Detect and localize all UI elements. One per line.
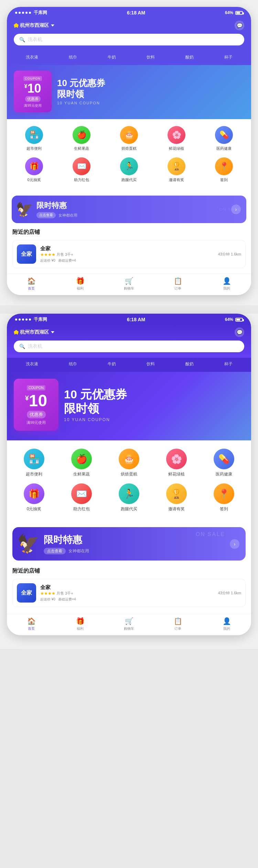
header-2: 杭州市西湖区 💬 🔍 洗衣机 bbox=[7, 325, 251, 358]
icon-fresh[interactable]: 🍎 生鲜果蔬 bbox=[58, 126, 105, 151]
nearby-section: 附近的店铺 全家 全家 ★★★★ 月售 3千+ 起送价 ¥0 基础运费×4 bbox=[7, 229, 251, 274]
location-pin-icon-2 bbox=[14, 330, 19, 335]
nav-profile[interactable]: 👤 我的 bbox=[202, 277, 251, 291]
fresh-label-2: 生鲜果蔬 bbox=[73, 471, 90, 477]
coupon-type-2: 优惠券 bbox=[27, 411, 46, 418]
coupon-label: COUPON bbox=[23, 76, 42, 81]
welfare-label: 福利 bbox=[77, 286, 84, 291]
message-icon[interactable]: 💬 bbox=[235, 21, 244, 30]
nav2-welfare[interactable]: 🎁 福利 bbox=[56, 617, 105, 631]
battery-icon-2 bbox=[235, 318, 243, 322]
promo-cta-2[interactable]: 点击查看 bbox=[44, 548, 66, 554]
nav2-home[interactable]: 🏠 首页 bbox=[7, 617, 56, 631]
location-row-2[interactable]: 杭州市西湖区 bbox=[14, 329, 54, 335]
cat-tab-5[interactable]: 杯子 bbox=[222, 54, 235, 61]
home-icon-2: 🏠 bbox=[27, 617, 36, 625]
cat-tab2-5[interactable]: 杯子 bbox=[222, 360, 235, 368]
promo-banner[interactable]: 🦅 限时特惠 点击查看 女神都在用 ON SALE › bbox=[12, 196, 246, 223]
cat-tab-3[interactable]: 饮料 bbox=[144, 54, 157, 61]
promo-title: 限时特惠 bbox=[36, 200, 231, 211]
icon-redpack[interactable]: ✉️ 助力红包 bbox=[58, 157, 105, 182]
nav2-cart[interactable]: 🛒 购物车 bbox=[105, 617, 153, 631]
sale-watermark-2: ON SALE bbox=[196, 531, 225, 537]
icon-baking[interactable]: 🎂 烘焙蛋糕 bbox=[105, 126, 153, 151]
signal-dot bbox=[22, 12, 24, 14]
cat-tab2-2[interactable]: 牛奶 bbox=[106, 360, 118, 368]
icon2-lottery[interactable]: 🎁 0元抽奖 bbox=[10, 483, 58, 512]
coupon-condition: 满99元使用 bbox=[17, 103, 48, 108]
invite-icon-2: 🏆 bbox=[166, 483, 187, 504]
icon-flowers[interactable]: 🌸 鲜花绿植 bbox=[153, 126, 200, 151]
icon-checkin[interactable]: 📍 签到 bbox=[200, 157, 248, 182]
redpack-icon: ✉️ bbox=[73, 157, 90, 175]
icon-invite[interactable]: 🏆 邀请有奖 bbox=[153, 157, 200, 182]
icon2-delivery[interactable]: 🏃 跑腿代买 bbox=[105, 483, 153, 512]
promo-arrow-icon-2[interactable]: › bbox=[230, 539, 239, 549]
promo-text: 限时特惠 点击查看 女神都在用 bbox=[36, 200, 231, 218]
cat-tab-2[interactable]: 牛奶 bbox=[106, 54, 118, 61]
orders-icon: 📋 bbox=[174, 277, 182, 285]
baking-icon: 🎂 bbox=[120, 126, 138, 144]
chevron-down-icon-2 bbox=[51, 331, 54, 333]
cat-tab-0[interactable]: 洗衣液 bbox=[24, 54, 40, 61]
carrier-name-2: 千库网 bbox=[34, 316, 47, 323]
icon-delivery[interactable]: 🏃 跑腿代买 bbox=[105, 157, 153, 182]
phone-screen-2: 千库网 6:18 AM 64% 杭州市西湖区 💬 🔍 bbox=[7, 314, 251, 635]
icon2-redpack[interactable]: ✉️ 助力红包 bbox=[58, 483, 105, 512]
signal-indicator-2: 千库网 bbox=[15, 316, 47, 323]
checkin-icon: 📍 bbox=[215, 157, 233, 175]
coupon-card[interactable]: COUPON ¥10 优惠券 满99元使用 bbox=[14, 71, 52, 112]
bottom-nav-2: 🏠 首页 🎁 福利 🛒 购物车 📋 订单 👤 我的 bbox=[7, 614, 251, 635]
cat-tab2-3[interactable]: 饮料 bbox=[144, 360, 157, 368]
coupon-card-2[interactable]: COUPON ¥10 优惠券 满99元使用 bbox=[14, 379, 58, 431]
icon2-invite[interactable]: 🏆 邀请有奖 bbox=[153, 483, 200, 512]
cat-tab-1[interactable]: 纸巾 bbox=[67, 54, 79, 61]
cat-tab2-0[interactable]: 洗衣液 bbox=[24, 360, 40, 368]
nav-orders[interactable]: 📋 订单 bbox=[153, 277, 202, 291]
store-card-2[interactable]: 全家 全家 ★★★★ 月售 3千+ 起送价 ¥0 基础运费×4 43分钟 1.6… bbox=[12, 579, 246, 607]
signal-dot bbox=[15, 318, 17, 321]
icon2-fresh[interactable]: 🍎 生鲜果蔬 bbox=[58, 449, 105, 477]
nav-welfare[interactable]: 🎁 福利 bbox=[56, 277, 105, 291]
base-fee: 基础运费×4 bbox=[58, 259, 76, 262]
icon-medical[interactable]: 💊 医药健康 bbox=[200, 126, 248, 151]
icon2-baking[interactable]: 🎂 烘焙蛋糕 bbox=[105, 449, 153, 477]
store-name: 全家 bbox=[40, 245, 214, 252]
carrier-name: 千库网 bbox=[34, 10, 47, 16]
location-row[interactable]: 杭州市西湖区 bbox=[14, 22, 54, 29]
store-card[interactable]: 全家 全家 ★★★★ 月售 3千+ 起送价 ¥0 基础运费×4 43分钟 1.6… bbox=[12, 240, 246, 268]
signal-dot bbox=[29, 318, 31, 321]
supermarket-label: 超市便利 bbox=[26, 146, 42, 151]
store-rating-2: ★★★★ 月售 3千+ bbox=[40, 591, 214, 596]
promo-cta-button[interactable]: 点击查看 bbox=[36, 212, 56, 218]
icon2-flowers[interactable]: 🌸 鲜花绿植 bbox=[153, 449, 200, 477]
nav2-orders[interactable]: 📋 订单 bbox=[153, 617, 202, 631]
signal-dot bbox=[19, 318, 21, 321]
cat-tab2-1[interactable]: 纸巾 bbox=[67, 360, 79, 368]
signal-dot bbox=[25, 318, 28, 321]
nav-cart[interactable]: 🛒 购物车 bbox=[105, 277, 153, 291]
status-right-2: 64% bbox=[225, 317, 243, 322]
nav2-profile[interactable]: 👤 我的 bbox=[202, 617, 251, 631]
icon-lottery[interactable]: 🎁 0元抽奖 bbox=[10, 157, 58, 182]
cat-tab-4[interactable]: 酸奶 bbox=[183, 54, 196, 61]
battery-fill bbox=[236, 12, 240, 14]
nav-home[interactable]: 🏠 首页 bbox=[7, 277, 56, 291]
invite-label-2: 邀请有奖 bbox=[168, 506, 185, 512]
search-bar-2[interactable]: 🔍 洗衣机 bbox=[14, 341, 244, 352]
base-fee-2: 基础运费×4 bbox=[58, 597, 76, 601]
cat-tab2-4[interactable]: 酸奶 bbox=[183, 360, 196, 368]
message-icon-2[interactable]: 💬 bbox=[235, 327, 244, 337]
promo-banner-2[interactable]: 🦅 限时特惠 点击查看 女神都在用 ON SALE › bbox=[12, 527, 246, 561]
icon-supermarket[interactable]: 🏪 超市便利 bbox=[10, 126, 58, 151]
icon2-checkin[interactable]: 📍 签到 bbox=[200, 483, 248, 512]
lottery-icon-2: 🎁 bbox=[24, 483, 44, 504]
status-bar: 千库网 6:18 AM 64% bbox=[7, 7, 251, 18]
battery-percentage: 64% bbox=[225, 10, 233, 15]
invite-label: 邀请有奖 bbox=[169, 177, 184, 182]
icon2-medical[interactable]: 💊 医药健康 bbox=[200, 449, 248, 477]
search-bar[interactable]: 🔍 洗衣机 bbox=[14, 34, 244, 45]
store-info: 全家 ★★★★ 月售 3千+ 起送价 ¥0 基础运费×4 bbox=[40, 245, 214, 263]
icon2-supermarket[interactable]: 🏪 超市便利 bbox=[10, 449, 58, 477]
profile-icon-2: 👤 bbox=[223, 617, 231, 625]
